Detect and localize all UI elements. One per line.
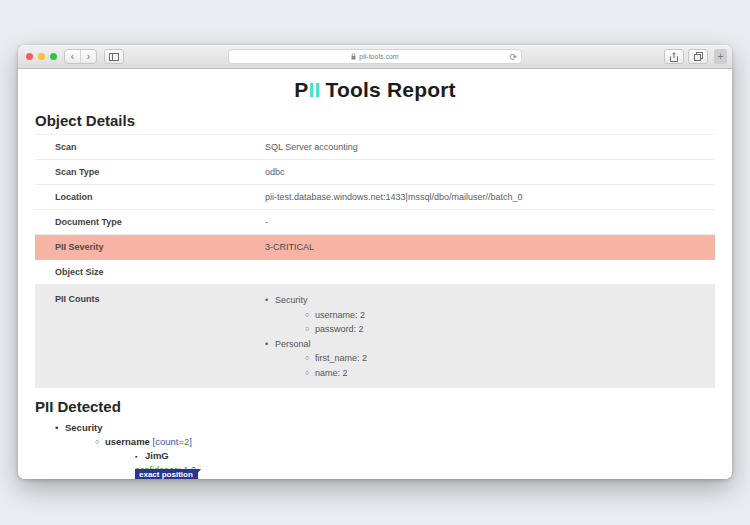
pii-detected-heading: PII Detected: [35, 398, 715, 415]
title-ii: II: [308, 78, 320, 101]
list-item: ○name: 2: [305, 366, 715, 381]
row-label: Scan: [35, 142, 265, 152]
table-row-scan-type: Scan Type odbc: [35, 160, 715, 185]
row-label: Document Type: [35, 217, 265, 227]
row-value: pii-test.database.windows.net:1433|mssql…: [265, 192, 715, 202]
share-button[interactable]: [664, 49, 684, 64]
row-label: Scan Type: [35, 167, 265, 177]
table-row-scan: Scan SQL Server accounting: [35, 135, 715, 160]
row-label: Location: [35, 192, 265, 202]
detection-details: confidence: 1.0 exact position position:…: [135, 465, 715, 479]
report-page: PIITools Report Object Details Scan SQL …: [18, 69, 732, 479]
list-item: ○password: 2: [305, 322, 715, 337]
table-row-pii-counts: PII Counts •Security ○username: 2 ○passw…: [35, 285, 715, 388]
address-url: pii-tools.com: [359, 53, 398, 60]
list-item: ○first_name: 2: [305, 351, 715, 366]
browser-window: ‹ › pii-tools.com ⟳: [18, 45, 732, 479]
object-details-heading: Object Details: [35, 112, 135, 129]
bullet-icon: ○: [305, 366, 315, 381]
row-value: -: [265, 217, 715, 227]
close-window-button[interactable]: [26, 53, 33, 60]
history-nav: ‹ ›: [64, 49, 97, 64]
report-header: PIITools Report Object Details: [18, 69, 732, 134]
pii-detected-tree: •Security ○username [count=2] ▪JimG conf…: [35, 421, 715, 479]
list-item: •Personal: [265, 337, 715, 352]
bullet-icon: ○: [305, 308, 315, 323]
table-row-pii-severity: PII Severity 3-CRITICAL: [35, 235, 715, 260]
browser-toolbar: ‹ › pii-tools.com ⟳: [18, 45, 732, 69]
pii-counts-list: •Security ○username: 2 ○password: 2 •Per…: [265, 293, 715, 380]
bullet-icon: ▪: [135, 450, 145, 464]
sidebar-toggle-button[interactable]: [104, 49, 124, 64]
count-badge: [count=2]: [153, 436, 192, 447]
toolbar-right: +: [664, 49, 727, 64]
tree-category: •Security: [55, 421, 715, 435]
row-value: odbc: [265, 167, 715, 177]
bullet-icon: ○: [305, 322, 315, 337]
zoom-window-button[interactable]: [50, 53, 57, 60]
pii-detected-section: PII Detected •Security ○username [count=…: [35, 398, 715, 479]
row-value: SQL Server accounting: [265, 142, 715, 152]
bullet-icon: •: [265, 337, 275, 352]
lock-icon: [351, 53, 356, 60]
reload-icon[interactable]: ⟳: [509, 50, 517, 63]
severity-badge: 3-CRITICAL: [265, 242, 715, 252]
row-label: Object Size: [35, 267, 265, 277]
back-icon[interactable]: ‹: [65, 50, 80, 63]
share-icon: [670, 52, 678, 62]
table-row-document-type: Document Type -: [35, 210, 715, 235]
bullet-icon: •: [265, 293, 275, 308]
table-row-object-size: Object Size: [35, 260, 715, 285]
minimize-window-button[interactable]: [38, 53, 45, 60]
row-label: PII Counts: [35, 293, 265, 304]
list-item: ○username: 2: [305, 308, 715, 323]
new-tab-button[interactable]: +: [714, 49, 727, 64]
tab-overview-icon: [694, 52, 703, 61]
bullet-icon: ○: [95, 435, 105, 449]
title-p: P: [294, 78, 308, 101]
bullet-icon: •: [55, 421, 65, 435]
sidebar-icon: [109, 53, 119, 61]
tree-field: ○username [count=2]: [95, 435, 715, 449]
object-details-table: Scan SQL Server accounting Scan Type odb…: [35, 134, 715, 388]
title-rest: Tools Report: [325, 78, 455, 101]
bullet-icon: ○: [305, 351, 315, 366]
list-item: •Security: [265, 293, 715, 308]
exact-position-tooltip: exact position: [135, 469, 198, 479]
confidence-line: confidence: 1.0: [135, 465, 715, 476]
tree-value: ▪JimG: [135, 449, 715, 464]
page-title: PIITools Report: [18, 78, 732, 102]
table-row-location: Location pii-test.database.windows.net:1…: [35, 185, 715, 210]
tab-overview-button[interactable]: [688, 49, 708, 64]
traffic-lights: [26, 53, 57, 60]
forward-icon[interactable]: ›: [80, 50, 96, 63]
address-bar[interactable]: pii-tools.com ⟳: [228, 49, 522, 64]
row-label: PII Severity: [35, 242, 265, 252]
